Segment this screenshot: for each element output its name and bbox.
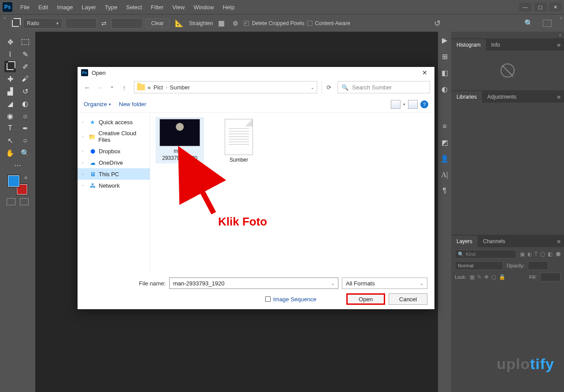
- pen-tool-icon[interactable]: ✒: [19, 122, 31, 134]
- collapse-right-icon[interactable]: »: [560, 15, 562, 20]
- sidebar-this-pc[interactable]: ›🖥This PC: [78, 168, 150, 180]
- crop-options-gear-icon[interactable]: ⚙: [230, 20, 241, 27]
- history-brush-tool-icon[interactable]: ↺: [19, 85, 31, 97]
- address-bar[interactable]: « Pict › Sumber ⌄: [134, 81, 317, 93]
- menu-help[interactable]: Help: [218, 4, 239, 11]
- character-icon[interactable]: 👤: [440, 155, 449, 163]
- expand-strip-icon[interactable]: «: [443, 36, 446, 41]
- tab-layers[interactable]: Layers: [451, 236, 478, 247]
- more-tools-icon[interactable]: ⋯: [12, 159, 23, 171]
- open-button[interactable]: Open: [346, 293, 385, 305]
- menu-file[interactable]: File: [16, 4, 34, 11]
- new-folder-button[interactable]: New folder: [119, 101, 146, 107]
- menu-image[interactable]: Image: [52, 4, 77, 11]
- panel-menu-icon[interactable]: ≡: [557, 42, 560, 48]
- file-item-image[interactable]: man-2933793_1920: [156, 117, 204, 163]
- window-close-button[interactable]: ✕: [549, 3, 561, 11]
- file-item-doc[interactable]: Sumber: [215, 117, 263, 166]
- collapse-left-icon[interactable]: «: [4, 15, 6, 20]
- lasso-tool-icon[interactable]: ⌇: [4, 48, 16, 60]
- dodge-tool-icon[interactable]: ☼: [19, 110, 31, 122]
- filter-toggle-icon[interactable]: [556, 252, 560, 256]
- search-icon[interactable]: 🔍: [524, 19, 533, 27]
- menu-view[interactable]: View: [168, 4, 189, 11]
- quick-mask-icon[interactable]: [20, 198, 29, 205]
- patterns-icon[interactable]: ◩: [442, 138, 448, 147]
- blend-mode-dropdown[interactable]: Normal: [455, 261, 503, 270]
- breadcrumb-seg2[interactable]: Sumber: [170, 84, 190, 91]
- crop-tool-indicator-icon[interactable]: [11, 18, 20, 28]
- marquee-tool-icon[interactable]: [19, 36, 31, 48]
- format-dropdown[interactable]: All Formats⌄: [342, 277, 427, 289]
- standard-mode-icon[interactable]: [7, 198, 15, 205]
- shape-tool-icon[interactable]: ○: [19, 135, 31, 146]
- nav-up-button[interactable]: ↑: [119, 82, 130, 92]
- menu-layer[interactable]: Layer: [78, 4, 101, 11]
- organize-button[interactable]: Organize▾: [84, 101, 111, 107]
- panel-menu-icon[interactable]: ≡: [557, 238, 560, 245]
- lock-icons[interactable]: ▦✎✥▢🔒: [470, 274, 505, 280]
- overlay-grid-icon[interactable]: ▦: [215, 19, 227, 27]
- filename-input[interactable]: man-2933793_1920⌄: [169, 277, 338, 289]
- delete-cropped-checkbox[interactable]: Delete Cropped Pixels: [244, 20, 304, 26]
- refresh-button[interactable]: ⟳: [322, 81, 336, 93]
- quick-select-tool-icon[interactable]: ✎: [19, 48, 31, 60]
- window-minimize-button[interactable]: —: [519, 3, 531, 11]
- files-grid[interactable]: man-2933793_1920 Sumber Klik Foto: [150, 113, 434, 273]
- address-dropdown-icon[interactable]: ⌄: [311, 85, 314, 90]
- layer-filter-kind[interactable]: 🔍Kind: [455, 250, 516, 259]
- color-swatches[interactable]: ⤭: [8, 175, 27, 195]
- tab-adjustments[interactable]: Adjustments: [482, 91, 522, 103]
- straighten-ruler-icon[interactable]: 📐: [172, 19, 186, 27]
- foreground-color-swatch[interactable]: [8, 175, 19, 187]
- collapse-panels-icon[interactable]: »: [556, 32, 564, 38]
- window-maximize-button[interactable]: ▢: [534, 3, 546, 11]
- menu-type[interactable]: Type: [100, 4, 122, 11]
- crop-width-input[interactable]: [65, 18, 97, 29]
- menu-filter[interactable]: Filter: [146, 4, 168, 11]
- crop-tool-icon[interactable]: [4, 61, 16, 72]
- crop-height-input[interactable]: [111, 18, 143, 29]
- straighten-label[interactable]: Straighten: [189, 20, 213, 26]
- move-tool-icon[interactable]: ✥: [4, 36, 16, 48]
- tab-libraries[interactable]: Libraries: [451, 91, 482, 103]
- cancel-button[interactable]: Cancel: [389, 293, 427, 305]
- properties-icon[interactable]: ⊞: [442, 52, 448, 61]
- nav-history-dropdown[interactable]: ▾: [107, 82, 117, 92]
- blur-tool-icon[interactable]: ◉: [4, 110, 16, 122]
- fill-input[interactable]: [540, 273, 560, 281]
- nav-back-button[interactable]: ←: [82, 82, 93, 92]
- layer-filter-icons[interactable]: ▣◐T▢◧: [520, 251, 553, 257]
- preview-pane-button[interactable]: [408, 100, 418, 109]
- paragraph-icon[interactable]: ¶: [443, 187, 447, 195]
- brush-tool-icon[interactable]: 🖌: [19, 73, 31, 85]
- tab-histogram[interactable]: Histogram: [451, 39, 486, 51]
- sidebar-dropbox[interactable]: ›⬢Dropbox: [78, 145, 150, 157]
- menu-edit[interactable]: Edit: [34, 4, 52, 11]
- swatches-icon[interactable]: ◧: [442, 69, 448, 77]
- opacity-input[interactable]: [528, 261, 548, 270]
- search-input[interactable]: 🔍 Search Sumber: [338, 81, 430, 93]
- gradient-tool-icon[interactable]: ◐: [19, 98, 31, 109]
- glyph-a-icon[interactable]: A|: [442, 171, 448, 179]
- sidebar-onedrive[interactable]: ›☁OneDrive: [78, 157, 150, 168]
- panel-menu-icon[interactable]: ≡: [557, 94, 560, 100]
- swap-colors-icon[interactable]: ⤭: [24, 175, 27, 180]
- type-tool-icon[interactable]: T: [4, 122, 16, 134]
- sidebar-quick-access[interactable]: ›★Quick access: [78, 116, 150, 128]
- menu-window[interactable]: Window: [189, 4, 218, 11]
- tab-channels[interactable]: Channels: [478, 236, 511, 247]
- aspect-ratio-dropdown[interactable]: Ratio▾: [23, 18, 63, 29]
- dialog-close-button[interactable]: ✕: [419, 69, 431, 76]
- tab-info[interactable]: Info: [486, 39, 505, 51]
- menu-select[interactable]: Select: [122, 4, 146, 11]
- eraser-tool-icon[interactable]: ◢: [4, 98, 16, 109]
- view-dropdown-icon[interactable]: ▾: [403, 102, 405, 107]
- image-sequence-checkbox[interactable]: Image Sequence: [265, 296, 316, 303]
- hand-tool-icon[interactable]: ✋: [4, 147, 16, 159]
- zoom-tool-icon[interactable]: 🔍: [19, 147, 31, 159]
- reset-crop-icon[interactable]: ↺: [434, 18, 441, 28]
- view-layout-button[interactable]: [391, 100, 401, 109]
- sidebar-network[interactable]: ›🖧Network: [78, 180, 150, 191]
- sidebar-creative-cloud[interactable]: ›📁Creative Cloud Files: [78, 128, 150, 145]
